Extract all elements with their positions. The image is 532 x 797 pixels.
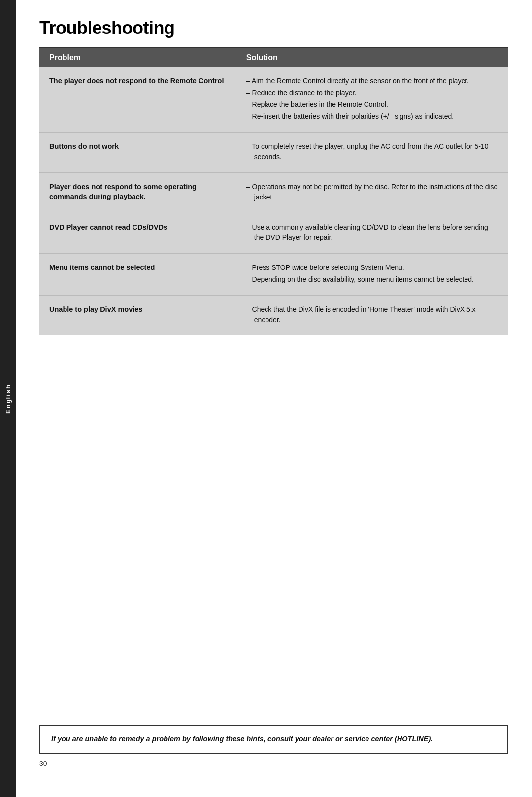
solution-item-0-0: Aim the Remote Control directly at the s…	[246, 76, 499, 86]
solution-cell-5: Check that the DivX file is encoded in '…	[236, 296, 508, 336]
table-row: The player does not respond to the Remot…	[39, 67, 508, 133]
solution-list-5: Check that the DivX file is encoded in '…	[246, 304, 499, 325]
table-row: DVD Player cannot read CDs/DVDsUse a com…	[39, 213, 508, 254]
problem-cell-4: Menu items cannot be selected	[39, 254, 236, 296]
solution-column-header: Solution	[236, 48, 508, 67]
problem-cell-5: Unable to play DivX movies	[39, 296, 236, 336]
solution-item-1-0: To completely reset the player, unplug t…	[246, 141, 499, 162]
solution-item-0-2: Replace the batteries in the Remote Cont…	[246, 100, 499, 110]
problem-cell-0: The player does not respond to the Remot…	[39, 67, 236, 133]
page-number: 30	[39, 760, 508, 767]
solution-cell-4: Press STOP twice before selecting System…	[236, 254, 508, 296]
solution-item-4-1: Depending on the disc availability, some…	[246, 274, 499, 285]
page-wrapper: English Troubleshooting Problem Solution…	[0, 0, 532, 797]
problem-cell-1: Buttons do not work	[39, 133, 236, 173]
spacer	[39, 335, 508, 705]
solution-cell-1: To completely reset the player, unplug t…	[236, 133, 508, 173]
table-row: Player does not respond to some operatin…	[39, 173, 508, 213]
problem-column-header: Problem	[39, 48, 236, 67]
sidebar-language-label: English	[4, 384, 12, 414]
content-area: Troubleshooting Problem Solution The pla…	[16, 0, 532, 797]
table-row: Buttons do not workTo completely reset t…	[39, 133, 508, 173]
solution-list-0: Aim the Remote Control directly at the s…	[246, 76, 499, 122]
solution-list-4: Press STOP twice before selecting System…	[246, 263, 499, 285]
problem-cell-3: DVD Player cannot read CDs/DVDs	[39, 213, 236, 254]
troubleshoot-table: Problem Solution The player does not res…	[39, 48, 508, 335]
solution-cell-0: Aim the Remote Control directly at the s…	[236, 67, 508, 133]
solution-cell-2: Operations may not be permitted by the d…	[236, 173, 508, 213]
solution-item-5-0: Check that the DivX file is encoded in '…	[246, 304, 499, 325]
footer-note-text: If you are unable to remedy a problem by…	[51, 735, 432, 743]
table-header-row: Problem Solution	[39, 48, 508, 67]
table-body: The player does not respond to the Remot…	[39, 67, 508, 335]
solution-item-0-3: Re-insert the batteries with their polar…	[246, 111, 499, 122]
problem-cell-2: Player does not respond to some operatin…	[39, 173, 236, 213]
solution-cell-3: Use a commonly available cleaning CD/DVD…	[236, 213, 508, 254]
solution-item-3-0: Use a commonly available cleaning CD/DVD…	[246, 222, 499, 243]
solution-list-2: Operations may not be permitted by the d…	[246, 182, 499, 202]
solution-item-4-0: Press STOP twice before selecting System…	[246, 263, 499, 273]
table-row: Unable to play DivX moviesCheck that the…	[39, 296, 508, 336]
solution-item-2-0: Operations may not be permitted by the d…	[246, 182, 499, 202]
solution-list-3: Use a commonly available cleaning CD/DVD…	[246, 222, 499, 243]
table-row: Menu items cannot be selectedPress STOP …	[39, 254, 508, 296]
sidebar: English	[0, 0, 16, 797]
solution-list-1: To completely reset the player, unplug t…	[246, 141, 499, 162]
footer-note: If you are unable to remedy a problem by…	[39, 725, 508, 754]
page-title: Troubleshooting	[39, 18, 508, 38]
solution-item-0-1: Reduce the distance to the player.	[246, 88, 499, 98]
